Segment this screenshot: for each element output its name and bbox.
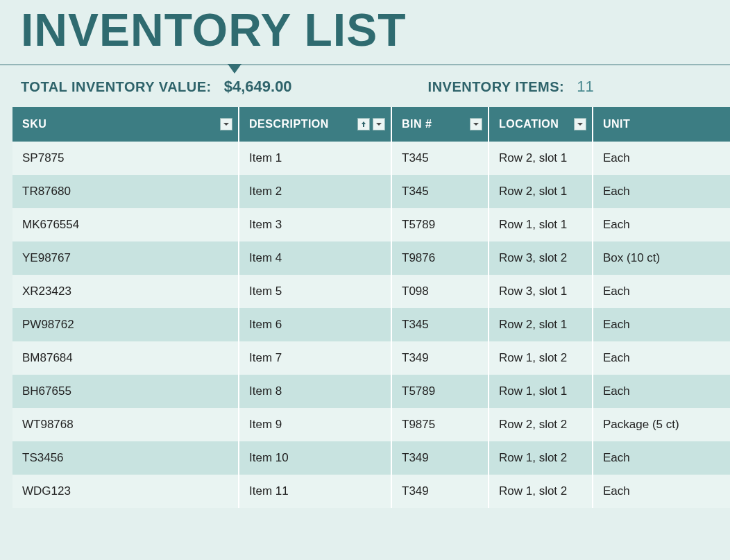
cell-unit[interactable]: Each — [593, 142, 730, 175]
table-row[interactable]: WT98768Item 9T9875Row 2, slot 2Package (… — [12, 408, 730, 441]
divider-arrow-icon — [228, 64, 241, 74]
cell-location[interactable]: Row 1, slot 2 — [489, 341, 593, 375]
cell-unit[interactable]: Each — [593, 475, 730, 508]
inventory-table: SKU DESCRIPTION BIN # — [12, 107, 730, 508]
cell-description[interactable]: Item 1 — [239, 142, 391, 175]
table-row[interactable]: PW98762Item 6T345Row 2, slot 1Each — [12, 308, 730, 341]
cell-bin[interactable]: T349 — [391, 441, 489, 475]
col-header-unit[interactable]: UNIT — [593, 107, 730, 142]
cell-description[interactable]: Item 6 — [239, 308, 391, 341]
chevron-down-icon — [375, 121, 382, 128]
col-header-unit-label: UNIT — [603, 118, 630, 130]
table-row[interactable]: TR87680Item 2T345Row 2, slot 1Each — [12, 175, 730, 208]
table-row[interactable]: WDG123Item 11T349Row 1, slot 2Each — [12, 475, 730, 508]
arrow-up-icon — [360, 121, 367, 128]
cell-description[interactable]: Item 3 — [239, 208, 391, 241]
cell-location[interactable]: Row 1, slot 2 — [489, 441, 593, 475]
table-body: SP7875Item 1T345Row 2, slot 1EachTR87680… — [12, 142, 730, 508]
col-header-location[interactable]: LOCATION — [489, 107, 593, 142]
cell-sku[interactable]: PW98762 — [12, 308, 239, 341]
cell-location[interactable]: Row 1, slot 1 — [489, 375, 593, 408]
table-row[interactable]: SP7875Item 1T345Row 2, slot 1Each — [12, 142, 730, 175]
cell-location[interactable]: Row 1, slot 1 — [489, 208, 593, 241]
cell-unit[interactable]: Each — [593, 341, 730, 375]
col-header-description-label: DESCRIPTION — [249, 118, 329, 130]
cell-bin[interactable]: T345 — [391, 142, 489, 175]
cell-bin[interactable]: T345 — [391, 175, 489, 208]
page-title: INVENTORY LIST — [0, 0, 730, 58]
cell-sku[interactable]: YE98767 — [12, 241, 239, 275]
summary-bar: TOTAL INVENTORY VALUE: $4,649.00 INVENTO… — [0, 65, 730, 107]
cell-description[interactable]: Item 8 — [239, 375, 391, 408]
col-header-sku-label: SKU — [22, 118, 46, 130]
cell-bin[interactable]: T349 — [391, 475, 489, 508]
cell-sku[interactable]: BM87684 — [12, 341, 239, 375]
table-header-row: SKU DESCRIPTION BIN # — [12, 107, 730, 142]
cell-bin[interactable]: T098 — [391, 275, 489, 308]
cell-location[interactable]: Row 1, slot 2 — [489, 475, 593, 508]
cell-unit[interactable]: Each — [593, 441, 730, 475]
table-row[interactable]: XR23423Item 5T098Row 3, slot 1Each — [12, 275, 730, 308]
cell-location[interactable]: Row 2, slot 1 — [489, 175, 593, 208]
cell-description[interactable]: Item 5 — [239, 275, 391, 308]
cell-sku[interactable]: SP7875 — [12, 142, 239, 175]
inventory-items-label: INVENTORY ITEMS: — [428, 79, 565, 95]
cell-unit[interactable]: Each — [593, 175, 730, 208]
cell-bin[interactable]: T5789 — [391, 375, 489, 408]
cell-sku[interactable]: WDG123 — [12, 475, 239, 508]
cell-bin[interactable]: T9876 — [391, 241, 489, 275]
col-header-location-label: LOCATION — [499, 118, 559, 130]
cell-description[interactable]: Item 7 — [239, 341, 391, 375]
title-divider — [0, 65, 730, 65]
filter-dropdown-location[interactable] — [574, 118, 586, 130]
cell-unit[interactable]: Package (5 ct) — [593, 408, 730, 441]
cell-description[interactable]: Item 10 — [239, 441, 391, 475]
col-header-description[interactable]: DESCRIPTION — [239, 107, 391, 142]
total-value-label: TOTAL INVENTORY VALUE: — [21, 79, 212, 95]
col-header-bin[interactable]: BIN # — [391, 107, 489, 142]
chevron-down-icon — [223, 121, 230, 128]
filter-dropdown-description[interactable] — [373, 118, 385, 130]
cell-bin[interactable]: T5789 — [391, 208, 489, 241]
cell-description[interactable]: Item 9 — [239, 408, 391, 441]
chevron-down-icon — [577, 121, 584, 128]
cell-description[interactable]: Item 4 — [239, 241, 391, 275]
cell-bin[interactable]: T9875 — [391, 408, 489, 441]
cell-sku[interactable]: TR87680 — [12, 175, 239, 208]
cell-sku[interactable]: WT98768 — [12, 408, 239, 441]
cell-unit[interactable]: Each — [593, 208, 730, 241]
table-row[interactable]: BM87684Item 7T349Row 1, slot 2Each — [12, 341, 730, 375]
cell-description[interactable]: Item 2 — [239, 175, 391, 208]
chevron-down-icon — [473, 121, 479, 128]
cell-unit[interactable]: Box (10 ct) — [593, 241, 730, 275]
col-header-sku[interactable]: SKU — [12, 107, 239, 142]
col-header-bin-label: BIN # — [402, 118, 432, 130]
cell-location[interactable]: Row 2, slot 1 — [489, 308, 593, 341]
filter-dropdown-bin[interactable] — [470, 118, 482, 130]
table-row[interactable]: BH67655Item 8T5789Row 1, slot 1Each — [12, 375, 730, 408]
cell-bin[interactable]: T345 — [391, 308, 489, 341]
table-row[interactable]: MK676554Item 3T5789Row 1, slot 1Each — [12, 208, 730, 241]
cell-location[interactable]: Row 2, slot 2 — [489, 408, 593, 441]
cell-bin[interactable]: T349 — [391, 341, 489, 375]
filter-dropdown-sku[interactable] — [220, 118, 232, 130]
inventory-items-count: 11 — [577, 78, 593, 96]
cell-sku[interactable]: TS3456 — [12, 441, 239, 475]
sort-asc-description[interactable] — [357, 118, 370, 130]
total-value: $4,649.00 — [224, 78, 292, 96]
cell-unit[interactable]: Each — [593, 275, 730, 308]
cell-sku[interactable]: MK676554 — [12, 208, 239, 241]
table-row[interactable]: YE98767Item 4T9876Row 3, slot 2Box (10 c… — [12, 241, 730, 275]
cell-unit[interactable]: Each — [593, 375, 730, 408]
cell-location[interactable]: Row 3, slot 2 — [489, 241, 593, 275]
cell-sku[interactable]: BH67655 — [12, 375, 239, 408]
cell-location[interactable]: Row 2, slot 1 — [489, 142, 593, 175]
cell-sku[interactable]: XR23423 — [12, 275, 239, 308]
cell-description[interactable]: Item 11 — [239, 475, 391, 508]
inventory-sheet: INVENTORY LIST TOTAL INVENTORY VALUE: $4… — [0, 0, 730, 560]
cell-location[interactable]: Row 3, slot 1 — [489, 275, 593, 308]
cell-unit[interactable]: Each — [593, 308, 730, 341]
table-row[interactable]: TS3456Item 10T349Row 1, slot 2Each — [12, 441, 730, 475]
